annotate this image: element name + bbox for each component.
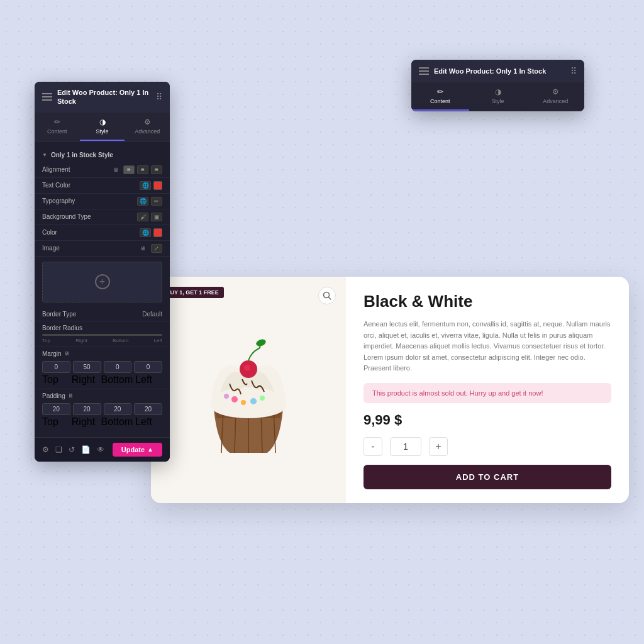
text-color-row: Text Color 🌐 [35,178,170,194]
border-radius-slider[interactable] [42,334,162,336]
left-panel-title: Edit Woo Product: Only 1 In Stock [57,88,156,106]
expand-icon[interactable]: ⤢ [151,244,162,253]
color-globe-icon[interactable]: 🌐 [140,228,151,237]
settings-icon[interactable]: ⚙ [42,445,49,454]
right-content-tab-label: Content [430,98,450,104]
border-type-label: Border Type [42,311,76,318]
product-card: BUY 1, GET 1 FREE [151,277,629,503]
svg-point-8 [231,396,238,402]
style-tab-label: Style [96,128,109,135]
svg-point-11 [260,396,265,401]
quantity-minus-btn[interactable]: - [364,437,382,456]
typography-edit-icon[interactable]: ✏ [151,197,162,206]
right-grid-icon[interactable]: ⠿ [570,66,577,76]
right-panel-title: Edit Woo Product: Only 1 In Stock [434,67,546,75]
image-label: Image [42,245,60,252]
padding-right-field[interactable]: 20 [73,403,101,415]
margin-section: Margin 🖥 0 50 0 0 Top Right Bottom Left [35,347,170,389]
padding-top-field[interactable]: 20 [42,403,70,415]
padding-bottom-field[interactable]: 20 [104,403,132,415]
history-icon[interactable]: ↺ [69,445,75,454]
bg-type-row: Background Type 🖌 ▣ [35,209,170,225]
bg-type-label: Background Type [42,213,91,220]
content-tab-icon: ✏ [54,118,60,126]
right-panel-tabs: ✏ Content ◑ Style ⚙ Advanced [411,82,584,111]
left-panel-footer: ⚙ ❑ ↺ 📄 👁 Update ▲ [35,437,170,462]
padding-left-field[interactable]: 20 [134,403,162,415]
content-tab-label: Content [47,128,67,135]
left-panel: Edit Woo Product: Only 1 In Stock ⠿ ✏ Co… [35,82,170,462]
margin-label: Margin 🖥 [42,350,162,357]
product-title: Black & White [364,292,611,311]
grid-icon[interactable]: ⠿ [156,92,162,102]
padding-right-label: Right [72,416,99,428]
alignment-row: Alignment 🖥 ≡ ≡ ≡ [35,162,170,178]
eye-icon[interactable]: 👁 [97,445,104,454]
section-arrow: ▼ [42,152,47,158]
right-header-left: Edit Woo Product: Only 1 In Stock [419,67,546,75]
right-hamburger-icon[interactable] [419,67,429,75]
section-title: Only 1 in Stock Style [51,152,113,158]
padding-label: Padding 🖥 [42,392,162,399]
footer-icons: ⚙ ❑ ↺ 📄 👁 [42,445,104,454]
bg-image-icon[interactable]: ▣ [151,213,162,221]
text-color-swatch[interactable] [153,181,162,190]
right-advanced-tab-label: Advanced [543,98,568,104]
tab-style[interactable]: ◑ Style [80,113,125,141]
border-radius-section: Border Radius Top Right Bottom Left [35,321,170,347]
padding-top-label: Top [42,416,69,428]
tab-advanced[interactable]: ⚙ Advanced [125,113,170,141]
update-btn-label: Update [121,446,145,453]
color-swatch[interactable] [153,228,162,237]
bg-type-controls: 🖌 ▣ [137,213,162,221]
monitor-icon-2: 🖥 [140,245,146,252]
quantity-input[interactable] [390,437,421,456]
align-left-btn[interactable]: ≡ [123,165,135,174]
border-type-row: Border Type Default [35,308,170,321]
bg-paint-icon[interactable]: 🖌 [137,213,148,221]
padding-section: Padding 🖥 20 20 20 20 Top Right Bottom L… [35,389,170,431]
align-center-btn[interactable]: ≡ [137,165,148,174]
right-tab-advanced[interactable]: ⚙ Advanced [526,82,584,111]
typography-controls: 🌐 ✏ [137,197,162,206]
image-preview-area[interactable]: + [42,262,162,303]
globe-icon-btn[interactable]: 🌐 [140,181,151,190]
padding-field-labels: Top Right Bottom Left [42,416,162,428]
image-controls: 🖥 ⤢ [140,244,162,253]
quantity-plus-btn[interactable]: + [429,437,448,456]
margin-text: Margin [42,350,62,357]
margin-left-field[interactable]: 0 [134,361,162,373]
hamburger-icon[interactable] [42,93,52,101]
br-left: Left [154,338,162,343]
margin-top-field[interactable]: 0 [42,361,70,373]
color-row: Color 🌐 [35,225,170,241]
svg-point-9 [241,400,246,405]
color-controls: 🌐 [140,228,162,237]
style-tab-icon: ◑ [99,118,106,126]
svg-point-10 [250,398,257,404]
update-button[interactable]: Update ▲ [113,443,162,457]
margin-right-field[interactable]: 50 [73,361,101,373]
advanced-tab-label: Advanced [135,128,160,135]
product-price: 9,99 $ [364,412,611,428]
margin-bottom-field[interactable]: 0 [104,361,132,373]
search-button[interactable] [318,287,336,304]
monitor-icon-3: 🖥 [64,350,70,357]
right-tab-content[interactable]: ✏ Content [411,82,469,111]
right-style-tab-label: Style [492,98,504,104]
add-to-cart-button[interactable]: ADD TO CART [364,465,611,489]
align-right-btn[interactable]: ≡ [151,165,162,174]
layers-icon[interactable]: ❑ [55,445,62,454]
left-panel-tabs: ✏ Content ◑ Style ⚙ Advanced [35,113,170,142]
br-right: Right [75,338,87,343]
border-radius-corner-labels: Top Right Bottom Left [42,338,162,343]
svg-line-1 [329,297,331,300]
right-tab-style[interactable]: ◑ Style [469,82,527,111]
tab-content[interactable]: ✏ Content [35,113,80,141]
header-left: Edit Woo Product: Only 1 In Stock [42,88,156,106]
page-icon[interactable]: 📄 [81,445,91,454]
br-bottom: Bottom [113,338,128,343]
typography-label: Typography [42,197,75,204]
typography-globe-icon[interactable]: 🌐 [137,197,148,206]
monitor-icon-4: 🖥 [68,392,74,399]
